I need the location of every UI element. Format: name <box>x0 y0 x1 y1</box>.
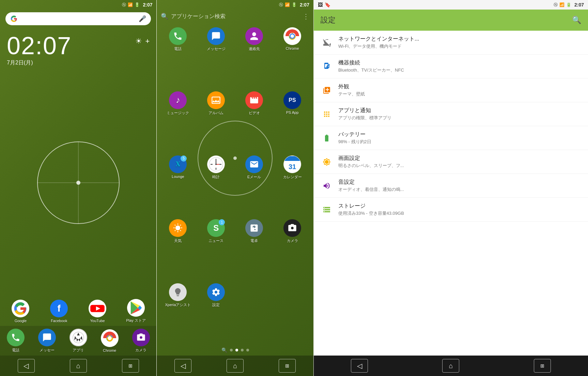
network-title: ネットワークとインターネット... <box>338 35 581 43</box>
app-search-input[interactable]: アプリケーション検索 <box>171 13 299 20</box>
drawer-clock-label: 時計 <box>212 175 220 180</box>
app-chrome-dock[interactable]: Chrome <box>96 329 123 352</box>
clock-time: 02:07 <box>7 33 72 58</box>
drawer-contacts[interactable]: 連絡先 <box>236 25 273 87</box>
back-button-1[interactable]: ◁ <box>18 359 35 373</box>
back-button-3[interactable]: ◁ <box>351 359 368 373</box>
app-google[interactable]: Google <box>7 300 34 323</box>
storage-icon <box>321 204 333 216</box>
back-button-2[interactable]: ◁ <box>174 359 191 373</box>
drawer-clock[interactable]: 時計 <box>198 153 234 215</box>
page-dot-3[interactable] <box>241 349 244 351</box>
google-search-bar[interactable]: 🎤 <box>5 12 151 25</box>
drawer-chrome[interactable]: Chrome <box>274 25 311 87</box>
bookmark-icon: 🔖 <box>325 2 330 7</box>
app-camera-dock-label: カメラ <box>135 348 146 353</box>
status-time-1: 2:07 <box>143 2 152 7</box>
drawer-lounge[interactable]: X 5 Lounge <box>159 153 196 215</box>
sound-text: 音設定 オーディオ、着信音、通知の鳴... <box>338 179 581 193</box>
settings-item-sound[interactable]: 音設定 オーディオ、着信音、通知の鳴... <box>314 174 588 198</box>
drawer-xperia[interactable]: Xperiaアシスト <box>159 281 196 343</box>
app-applist[interactable]: アプリ <box>65 329 92 353</box>
drawer-calendar[interactable]: 31 カレンダー <box>274 153 311 215</box>
settings-item-apps[interactable]: アプリと通知 アプリの権限、標準アプリ <box>314 102 588 126</box>
drawer-messages-label: メッセージ <box>207 46 226 51</box>
status-icons-1: Ⓝ 📶 🔋 2:07 <box>122 2 152 8</box>
recents-button-2[interactable]: ⊞ <box>279 359 296 373</box>
app-playstore[interactable]: Play ストア <box>122 299 150 323</box>
drawer-settings[interactable]: 設定 <box>198 281 234 343</box>
drawer-chrome-label: Chrome <box>285 46 299 50</box>
page-dot-1[interactable] <box>230 349 233 351</box>
drawer-menu-icon[interactable]: ⋮ <box>303 12 309 20</box>
drawer-video-label: ビデオ <box>249 110 260 116</box>
drawer-camera[interactable]: カメラ <box>274 216 311 279</box>
google-logo <box>10 15 18 22</box>
display-title: 画面設定 <box>338 155 581 162</box>
settings-item-appearance[interactable]: 外観 テーマ、壁紙 <box>314 78 588 102</box>
settings-item-network[interactable]: ネットワークとインターネット... Wi-Fi、データ使用、機内モード <box>314 31 588 55</box>
settings-search-icon[interactable]: 🔍 <box>572 16 581 25</box>
status-time-3: 2:07 <box>574 2 584 7</box>
app-applist-label: アプリ <box>73 348 84 353</box>
storage-title: ストレージ <box>338 202 581 210</box>
app-youtube-label: YouTube <box>90 319 105 323</box>
svg-point-3 <box>76 181 80 185</box>
recents-button-3[interactable]: ⊞ <box>534 359 551 373</box>
appearance-text: 外観 テーマ、壁紙 <box>338 83 581 97</box>
app-drawer-panel: Ⓝ 📶 🔋 2:07 🔍 アプリケーション検索 ⋮ 電話 <box>157 0 313 376</box>
nfc-icon: Ⓝ <box>122 2 126 8</box>
app-playstore-label: Play ストア <box>126 318 145 323</box>
app-search-bar[interactable]: 🔍 アプリケーション検索 ⋮ <box>157 10 313 23</box>
home-button-2[interactable]: ⌂ <box>227 359 244 373</box>
drawer-news[interactable]: S 1 ニュース <box>198 216 234 279</box>
app-phone-label: 電話 <box>12 348 19 353</box>
svg-point-20 <box>108 336 112 340</box>
drawer-album[interactable]: アルバム <box>198 89 234 151</box>
status-icons-2: Ⓝ 📶 🔋 2:07 <box>279 2 309 8</box>
app-drawer-grid: 電話 メッセージ 連絡先 <box>157 23 313 345</box>
storage-subtitle: 使用済み33% - 空き容量43.09GB <box>338 210 581 216</box>
home-button-3[interactable]: ⌂ <box>442 359 459 373</box>
network-icon <box>321 36 333 49</box>
device-subtitle: Bluetooth、TV/スピーカー、NFC <box>338 67 581 73</box>
settings-item-battery[interactable]: バッテリー 98% - 残り約2日 <box>314 126 588 150</box>
drawer-xperia-label: Xperiaアシスト <box>165 302 191 307</box>
drawer-psapp[interactable]: PS PS App <box>274 89 311 151</box>
battery-icon-3: 🔋 <box>566 2 571 7</box>
app-facebook[interactable]: f Facebook <box>45 300 73 323</box>
battery-subtitle: 98% - 残り約2日 <box>338 139 581 145</box>
app-youtube[interactable]: YouTube <box>84 300 111 323</box>
drawer-calculator[interactable]: 電卓 <box>236 216 273 279</box>
storage-text: ストレージ 使用済み33% - 空き容量43.09GB <box>338 202 581 216</box>
sound-title: 音設定 <box>338 179 581 186</box>
settings-item-display[interactable]: 画面設定 明るさのレベル、スリープ、フ... <box>314 150 588 174</box>
status-bar-2: Ⓝ 📶 🔋 2:07 <box>157 0 313 10</box>
add-clock-icon[interactable]: + <box>145 37 150 46</box>
drawer-music[interactable]: ♪ ミュージック <box>159 89 196 151</box>
drawer-messages[interactable]: メッセージ <box>198 25 234 87</box>
home-button-1[interactable]: ⌂ <box>70 359 87 373</box>
drawer-video[interactable]: ビデオ <box>236 89 273 151</box>
settings-item-storage[interactable]: ストレージ 使用済み33% - 空き容量43.09GB <box>314 198 588 222</box>
svg-rect-33 <box>284 156 300 161</box>
app-messages-label: メッセー <box>40 348 55 353</box>
settings-panel: 🖼 🔖 Ⓝ 📶 🔋 2:07 設定 🔍 ネットワークとインターネット... Wi… <box>314 0 588 376</box>
page-dot-4[interactable] <box>246 349 249 351</box>
appearance-title: 外観 <box>338 83 581 90</box>
page-dot-2-active[interactable] <box>235 349 238 351</box>
app-camera-dock[interactable]: カメラ <box>127 329 155 353</box>
app-phone[interactable]: 電話 <box>2 329 29 353</box>
drawer-phone[interactable]: 電話 <box>159 25 196 87</box>
bottom-nav-2: ◁ ⌂ ⊞ <box>157 356 313 376</box>
network-text: ネットワークとインターネット... Wi-Fi、データ使用、機内モード <box>338 35 581 49</box>
wifi-icon-3: 📶 <box>559 2 564 7</box>
display-text: 画面設定 明るさのレベル、スリープ、フ... <box>338 155 581 169</box>
drawer-weather[interactable]: 天気 <box>159 216 196 279</box>
app-messages[interactable]: メッセー <box>33 329 61 353</box>
settings-item-device[interactable]: 機器接続 Bluetooth、TV/スピーカー、NFC <box>314 55 588 78</box>
settings-title: 設定 <box>321 15 336 25</box>
recents-button-1[interactable]: ⊞ <box>122 359 139 373</box>
drawer-email[interactable]: Eメール <box>236 153 273 215</box>
mic-icon[interactable]: 🎤 <box>139 15 146 22</box>
